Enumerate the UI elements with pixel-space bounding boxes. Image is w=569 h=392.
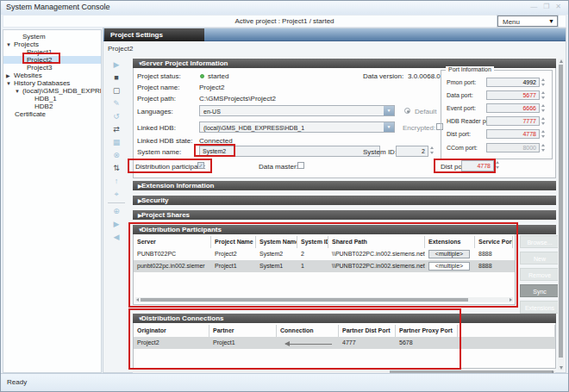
table-row[interactable]: punbt022pc.in002.siemer Project1 System1… (134, 260, 515, 272)
stop-project-icon[interactable]: ■ (103, 72, 129, 84)
dist-port-spinner[interactable] (495, 160, 501, 171)
section-title: Distribution Participants (141, 226, 222, 233)
column-system-name[interactable]: System Name (256, 236, 297, 248)
data-port-field[interactable]: 5677 (486, 90, 540, 100)
scroll-left-icon[interactable] (136, 298, 139, 302)
hdb-reader-port-spinner[interactable] (541, 116, 547, 127)
chevron-down-icon[interactable]: ▼ (384, 122, 394, 132)
system-id-label: System ID: (363, 148, 397, 156)
data-port-spinner[interactable] (541, 90, 547, 101)
tree-item-hdb1[interactable]: HDB_1 (3, 95, 101, 103)
column-project-name[interactable]: Project Name (211, 236, 256, 248)
encrypted-label: Encrypted: (403, 124, 435, 132)
section-distribution-participants-header[interactable]: ▼Distribution Participants (133, 225, 556, 234)
tree-item-websites[interactable]: ▶Websites (3, 72, 101, 79)
column-connection[interactable]: Connection (277, 325, 339, 337)
tree-item-project3[interactable]: Project3 (3, 64, 101, 72)
extensions-dropdown[interactable]: <multiple> (428, 262, 470, 271)
restore-project-icon[interactable]: ↺ (103, 110, 129, 123)
tree-item-gms-hdb-express[interactable]: ▼(local)\GMS_HDB_EXPRESS (3, 87, 101, 95)
column-extensions[interactable]: Extensions (425, 236, 475, 248)
table-row[interactable]: PUNBT022PC Project2 System2 2 \\PUNBT022… (134, 248, 515, 260)
add-icon[interactable]: ⊕ (103, 205, 129, 218)
scroll-down-icon[interactable] (560, 366, 563, 370)
vertical-scrollbar[interactable] (558, 59, 564, 370)
languages-label: Languages: (137, 108, 173, 115)
tree-item-label: History Databases (14, 79, 70, 87)
tree-item-project2[interactable]: Project2 (3, 56, 101, 64)
system-id-field[interactable]: 2 (396, 146, 428, 157)
column-partner[interactable]: Partner (209, 325, 277, 337)
section-project-shares-header[interactable]: ▶Project Shares (133, 210, 556, 220)
linked-hdb-dropdown[interactable]: (local)\GMS_HDB_EXPRESS\HDB_1 ▼ (199, 121, 395, 133)
dist-port2-field[interactable]: 4778 (486, 129, 540, 139)
maximize-button[interactable]: ❐ (543, 3, 549, 10)
column-system-id[interactable]: System ID (297, 236, 328, 248)
tree-item-history-databases[interactable]: ▼History Databases (3, 79, 101, 87)
save-icon[interactable]: ▦ (103, 136, 129, 149)
remove-button[interactable]: Remove (520, 268, 560, 281)
distribution-participant-checkbox[interactable]: ✓ (197, 162, 204, 169)
sync-button[interactable]: Sync (520, 284, 560, 297)
dist-port-field[interactable]: 4778 (461, 160, 494, 171)
port-information-group: Port Information Pmon port: 4992 Data po… (441, 70, 553, 159)
scrollbar-thumb[interactable] (141, 298, 468, 302)
extensions-dropdown[interactable]: <multiple> (428, 250, 470, 258)
tree-item-certificate[interactable]: Certificate (3, 110, 101, 118)
tree-item-projects[interactable]: ▼Projects (3, 40, 101, 48)
pin-icon[interactable]: ⌖ (103, 188, 129, 201)
scroll-right-icon[interactable] (510, 298, 512, 302)
minimize-button[interactable]: — (530, 3, 537, 10)
deactivate-icon[interactable]: ◀ (103, 231, 129, 244)
system-name-field[interactable]: System2 (199, 146, 380, 157)
system-id-spinner[interactable] (429, 146, 435, 156)
start-project-icon[interactable]: ▶ (103, 59, 129, 72)
participants-horizontal-scrollbar[interactable] (135, 297, 513, 302)
column-shared-path[interactable]: Shared Path (328, 236, 425, 248)
pmon-port-spinner[interactable] (541, 78, 547, 88)
section-security-header[interactable]: ▶Security (133, 196, 556, 205)
close-button[interactable]: ✕ (555, 3, 561, 10)
pmon-port-field[interactable]: 4992 (486, 78, 540, 87)
data-master-checkbox[interactable] (297, 162, 304, 169)
tab-project-settings[interactable]: Project Settings (104, 28, 204, 41)
tree-item-system[interactable]: System (3, 33, 101, 40)
upgrade-project-icon[interactable]: ↑ (103, 175, 129, 188)
expander-icon: ▼ (6, 80, 14, 87)
column-partner-proxy-port[interactable]: Partner Proxy Port (396, 325, 458, 337)
unlink-hdb-icon[interactable]: ⇅ (103, 162, 129, 175)
new-button[interactable]: New (520, 252, 560, 264)
event-port-spinner[interactable] (541, 103, 547, 114)
dist-port2-spinner[interactable] (541, 129, 547, 140)
extensions-button[interactable]: Extensions (520, 301, 560, 314)
event-port-field[interactable]: 6666 (486, 103, 540, 113)
hdb-reader-port-field[interactable]: 7777 (486, 116, 540, 126)
browse-button[interactable]: Browse... (520, 235, 560, 248)
column-server[interactable]: Server (134, 236, 211, 248)
languages-dropdown[interactable]: en-US ▼ (199, 105, 395, 116)
section-extension-information-header[interactable]: ▶Extension Information (133, 181, 556, 190)
tree-item-project1[interactable]: Project1 (3, 48, 101, 56)
table-row[interactable]: Project2 Project1 4777 5678 (134, 337, 555, 349)
column-partner-dist-port[interactable]: Partner Dist Port (339, 325, 396, 337)
column-service-port[interactable]: Service Port (475, 236, 513, 248)
menu-dropdown[interactable]: Menu ▼ (497, 16, 558, 27)
title-bar: System Management Console —❐✕ (1, 1, 568, 15)
edit-project-icon[interactable]: ✎ (103, 97, 129, 110)
section-distribution-connections-header[interactable]: ▼Distribution Connections (133, 314, 556, 323)
activate-icon[interactable]: ▶ (103, 218, 129, 231)
chevron-down-icon[interactable]: ▼ (384, 106, 394, 115)
expander-icon: ▶ (133, 182, 141, 191)
scroll-up-icon[interactable] (560, 59, 563, 63)
scrollbar-thumb[interactable] (559, 65, 563, 358)
expander-icon: ▶ (133, 196, 141, 206)
link-hdb-icon[interactable]: ⇄ (103, 123, 129, 136)
default-language-radio[interactable] (404, 108, 410, 114)
ccom-port-value: 8000 (522, 145, 536, 151)
toolbar-divider (108, 202, 125, 203)
new-project-icon[interactable]: ▢ (103, 84, 129, 97)
tree-item-hdb2[interactable]: HDB2 (3, 103, 101, 110)
cancel-icon[interactable]: ⊗ (103, 149, 129, 162)
data-port-label: Data port: (447, 92, 473, 98)
column-originator[interactable]: Originator (134, 325, 209, 337)
